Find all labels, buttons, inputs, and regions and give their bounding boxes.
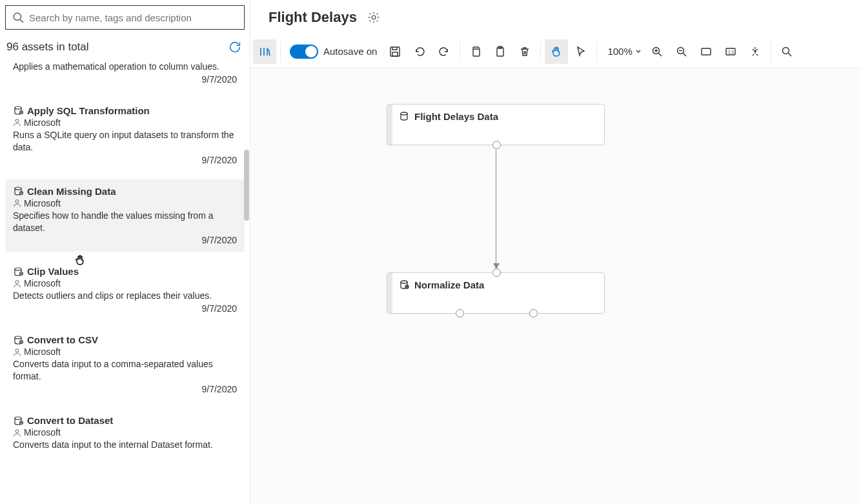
autosave-toggle[interactable]: Autosave on xyxy=(285,45,382,59)
asset-description: Runs a SQLite query on input datasets to… xyxy=(13,129,237,154)
svg-point-5 xyxy=(15,187,21,190)
svg-point-43 xyxy=(401,281,407,283)
svg-point-13 xyxy=(15,348,19,352)
asset-item[interactable]: Clip Values Microsoft Detects outliers a… xyxy=(5,259,245,320)
search-box[interactable] xyxy=(5,5,245,30)
module-icon xyxy=(13,416,23,426)
output-port[interactable] xyxy=(492,141,501,149)
asset-title-text: Clean Missing Data xyxy=(27,186,116,197)
edge[interactable] xyxy=(496,150,496,270)
asset-author-text: Microsoft xyxy=(24,427,61,438)
autolayout-button[interactable] xyxy=(744,39,767,64)
zoom-dropdown[interactable]: 100% xyxy=(601,46,643,57)
zoom-value: 100% xyxy=(607,46,632,57)
node-title: Flight Delays Data xyxy=(414,111,498,122)
chevron-down-icon xyxy=(635,48,642,55)
svg-line-21 xyxy=(268,49,270,55)
copy-button[interactable] xyxy=(464,39,487,64)
search-canvas-button[interactable] xyxy=(775,39,798,64)
main: Flight Delays Autosave on xyxy=(250,0,861,504)
svg-rect-36 xyxy=(702,48,711,55)
svg-line-30 xyxy=(658,53,662,56)
pan-tool-button[interactable] xyxy=(545,39,568,64)
person-icon xyxy=(13,348,21,356)
separator xyxy=(540,41,541,62)
asset-description: Detects outliers and clips or replaces t… xyxy=(13,290,237,302)
redo-button[interactable] xyxy=(432,39,456,64)
svg-point-14 xyxy=(15,417,21,419)
svg-rect-23 xyxy=(392,52,398,56)
page-title: Flight Delays xyxy=(268,9,357,26)
node-accent xyxy=(387,273,392,313)
delete-button[interactable] xyxy=(513,39,536,64)
undo-button[interactable] xyxy=(408,39,431,64)
svg-point-17 xyxy=(372,15,376,19)
node-flight-delays-data[interactable]: Flight Delays Data xyxy=(387,104,605,145)
asset-author: Microsoft xyxy=(13,278,237,288)
asset-author-text: Microsoft xyxy=(24,347,61,357)
paste-button[interactable] xyxy=(489,39,512,64)
asset-title-text: Apply SQL Transformation xyxy=(27,105,150,116)
refresh-icon[interactable] xyxy=(228,40,242,54)
search-input[interactable] xyxy=(29,12,238,23)
assets-count-bar: 96 assets in total xyxy=(0,35,250,59)
asset-item[interactable]: Clean Missing Data Microsoft Specifies h… xyxy=(5,179,245,252)
autosave-label: Autosave on xyxy=(323,46,377,57)
asset-date: 9/7/2020 xyxy=(13,384,237,394)
svg-line-41 xyxy=(788,53,791,56)
input-port[interactable] xyxy=(492,268,501,277)
person-icon xyxy=(13,199,21,207)
fit-screen-button[interactable] xyxy=(694,39,718,64)
asset-item[interactable]: Convert to Dataset Microsoft Converts da… xyxy=(5,408,245,458)
node-normalize-data[interactable]: Normalize Data xyxy=(387,272,605,314)
zoom-in-button[interactable] xyxy=(645,39,669,64)
asset-description: Applies a mathematical operation to colu… xyxy=(13,61,237,73)
asset-item[interactable]: Convert to CSV Microsoft Converts data i… xyxy=(5,328,245,401)
select-tool-button[interactable] xyxy=(569,39,593,64)
output-port[interactable] xyxy=(456,309,464,318)
svg-point-4 xyxy=(15,119,19,123)
asset-author-text: Microsoft xyxy=(24,198,61,208)
canvas[interactable]: Flight Delays Data Normalize Data xyxy=(250,68,861,504)
svg-point-0 xyxy=(14,13,21,20)
asset-author: Microsoft xyxy=(13,117,237,128)
separator xyxy=(596,41,597,62)
svg-rect-22 xyxy=(390,47,400,56)
save-button[interactable] xyxy=(383,39,407,64)
svg-point-11 xyxy=(15,336,21,339)
svg-rect-25 xyxy=(497,48,503,56)
separator xyxy=(460,41,460,62)
module-icon xyxy=(13,267,23,277)
asset-author: Microsoft xyxy=(13,198,237,208)
svg-rect-24 xyxy=(473,49,480,56)
library-toggle-button[interactable] xyxy=(253,39,276,64)
asset-list[interactable]: Applies a mathematical operation to colu… xyxy=(0,59,250,504)
asset-title: Convert to CSV xyxy=(13,334,237,345)
node-accent xyxy=(387,105,392,145)
scrollbar[interactable] xyxy=(243,59,250,504)
asset-item[interactable]: Applies a mathematical operation to colu… xyxy=(5,59,245,91)
search-icon xyxy=(12,12,24,23)
asset-title-text: Convert to Dataset xyxy=(27,415,113,426)
svg-point-7 xyxy=(15,200,19,203)
asset-author: Microsoft xyxy=(13,347,237,357)
asset-description: Converts data input to the internal Data… xyxy=(13,439,237,451)
person-icon xyxy=(13,428,21,437)
toggle-track[interactable] xyxy=(290,45,318,59)
zoom-out-button[interactable] xyxy=(670,39,693,64)
asset-author: Microsoft xyxy=(13,427,237,438)
actual-size-button[interactable]: 1:1 xyxy=(719,39,742,64)
svg-point-10 xyxy=(15,281,19,284)
module-icon xyxy=(13,105,23,116)
svg-line-34 xyxy=(683,53,686,56)
node-title: Normalize Data xyxy=(414,279,484,290)
module-icon xyxy=(399,279,409,290)
asset-title: Clean Missing Data xyxy=(13,186,237,197)
separator xyxy=(280,41,281,62)
asset-item[interactable]: Apply SQL Transformation Microsoft Runs … xyxy=(5,99,245,172)
gear-icon[interactable] xyxy=(367,11,380,24)
svg-point-40 xyxy=(782,47,789,54)
output-port[interactable] xyxy=(529,309,538,318)
svg-text:1:1: 1:1 xyxy=(728,50,734,54)
scrollbar-thumb[interactable] xyxy=(244,150,249,221)
